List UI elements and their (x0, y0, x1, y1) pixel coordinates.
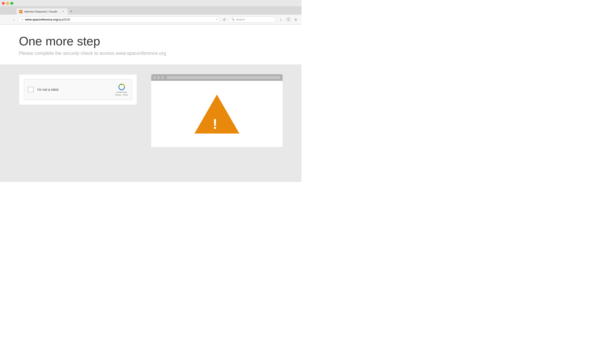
menu-icon[interactable]: ≡ (292, 16, 299, 23)
url-path: /spa2018/ (58, 18, 70, 21)
tab-bar: SP Attention Required! | Cloudflare × + (0, 7, 302, 15)
page-content: One more step Please complete the securi… (0, 24, 302, 182)
reader-view-icon[interactable]: ⓘ (285, 16, 291, 23)
toolbar-icons: ↓ ⓘ ≡ (278, 16, 299, 23)
illustration-addressbar (167, 76, 280, 79)
browser-illustration: ! (151, 74, 283, 147)
illustration-content: ! (151, 81, 283, 147)
title-bar (0, 0, 302, 7)
url-dropdown-icon[interactable]: ▾ (216, 18, 217, 21)
hero-section: One more step Please complete the securi… (0, 24, 302, 65)
refresh-button[interactable]: ↺ (221, 17, 227, 23)
new-tab-button[interactable]: + (68, 8, 75, 15)
url-display: www.spaconference.org/spa2018/ (25, 18, 215, 21)
hero-title: One more step (19, 34, 283, 48)
minimize-window-button[interactable] (6, 2, 9, 5)
close-window-button[interactable] (2, 2, 5, 5)
tab-favicon: SP (19, 10, 23, 13)
recaptcha-logo-area: reCAPTCHA Privacy - Terms (115, 83, 128, 96)
search-icon: 🔍 (231, 18, 235, 21)
warning-triangle-container: ! (195, 94, 239, 134)
download-icon[interactable]: ↓ (278, 16, 284, 23)
captcha-section: I'm not a robot re (19, 74, 137, 105)
captcha-card: I'm not a robot re (19, 74, 137, 105)
illus-dot-2 (157, 76, 160, 79)
recaptcha-brand-text: reCAPTCHA (116, 91, 127, 93)
warning-triangle-icon: ! (195, 94, 239, 134)
back-button[interactable]: ‹ (2, 16, 9, 23)
illustration-titlebar (151, 74, 283, 81)
illustration-browser: ! (151, 74, 283, 147)
nav-bar: ‹ › ⓘ www.spaconference.org/spa2018/ ▾ ↺… (0, 15, 302, 24)
security-info-icon[interactable]: ⓘ (21, 18, 24, 21)
hero-subtitle: Please complete the security check to ac… (19, 51, 283, 56)
illus-dot-3 (161, 76, 163, 79)
active-tab[interactable]: SP Attention Required! | Cloudflare × (16, 8, 68, 15)
main-content: I'm not a robot re (0, 65, 302, 182)
forward-button[interactable]: › (10, 16, 17, 23)
recaptcha-label: I'm not a robot (37, 88, 111, 92)
privacy-link[interactable]: Privacy (115, 94, 121, 96)
recaptcha-links: Privacy - Terms (115, 94, 128, 96)
terms-link[interactable]: Terms (123, 94, 128, 96)
warning-inner: ! (213, 119, 217, 131)
tab-close-button[interactable]: × (62, 10, 65, 13)
url-domain: www.spaconference.org (25, 18, 58, 21)
illus-dot-1 (154, 76, 156, 79)
recaptcha-box: I'm not a robot re (24, 79, 132, 100)
warning-exclamation: ! (213, 117, 217, 131)
browser-frame: SP Attention Required! | Cloudflare × + … (0, 0, 302, 182)
search-bar[interactable]: 🔍 Search (229, 17, 276, 23)
address-bar[interactable]: ⓘ www.spaconference.org/spa2018/ ▾ (18, 17, 220, 23)
recaptcha-logo (118, 83, 126, 91)
search-placeholder: Search (236, 18, 245, 21)
maximize-window-button[interactable] (10, 2, 13, 5)
recaptcha-checkbox[interactable] (28, 87, 34, 93)
tab-title: Attention Required! | Cloudflare (24, 10, 60, 13)
